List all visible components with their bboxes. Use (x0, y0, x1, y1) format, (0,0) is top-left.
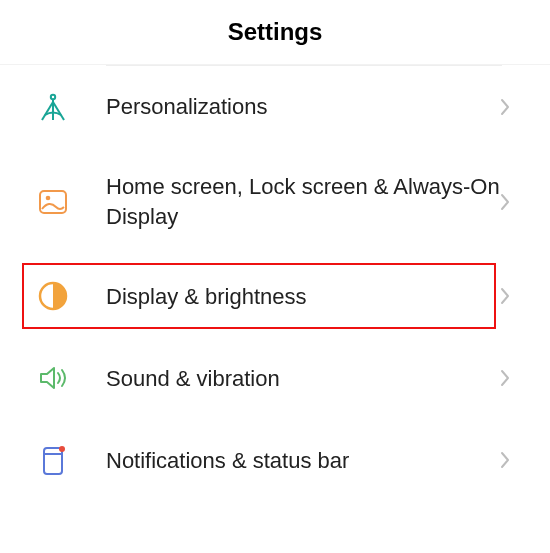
page-title: Settings (0, 18, 550, 46)
settings-list: Personalizations Home screen, Lock scree… (0, 65, 550, 501)
compass-icon (36, 90, 70, 124)
chevron-right-icon (500, 451, 510, 469)
settings-item-label: Notifications & status bar (106, 446, 500, 476)
settings-item-display-brightness[interactable]: Display & brightness (0, 255, 550, 337)
svg-rect-4 (44, 448, 62, 474)
picture-icon (36, 185, 70, 219)
chevron-right-icon (500, 98, 510, 116)
settings-item-label: Sound & vibration (106, 364, 500, 394)
settings-item-label: Home screen, Lock screen & Always-On Dis… (106, 172, 500, 231)
header: Settings (0, 0, 550, 65)
settings-item-label: Display & brightness (106, 282, 500, 312)
svg-point-0 (51, 95, 55, 99)
speaker-icon (36, 361, 70, 395)
settings-item-sound-vibration[interactable]: Sound & vibration (0, 337, 550, 419)
settings-item-notifications-status[interactable]: Notifications & status bar (0, 419, 550, 501)
settings-item-label: Personalizations (106, 92, 500, 122)
brightness-icon (36, 279, 70, 313)
chevron-right-icon (500, 369, 510, 387)
svg-rect-1 (40, 191, 66, 213)
svg-point-2 (46, 195, 51, 200)
svg-point-6 (59, 446, 65, 452)
phone-notification-icon (36, 443, 70, 477)
settings-item-personalizations[interactable]: Personalizations (0, 66, 550, 148)
chevron-right-icon (500, 193, 510, 211)
chevron-right-icon (500, 287, 510, 305)
settings-item-home-lock-aod[interactable]: Home screen, Lock screen & Always-On Dis… (0, 148, 550, 255)
